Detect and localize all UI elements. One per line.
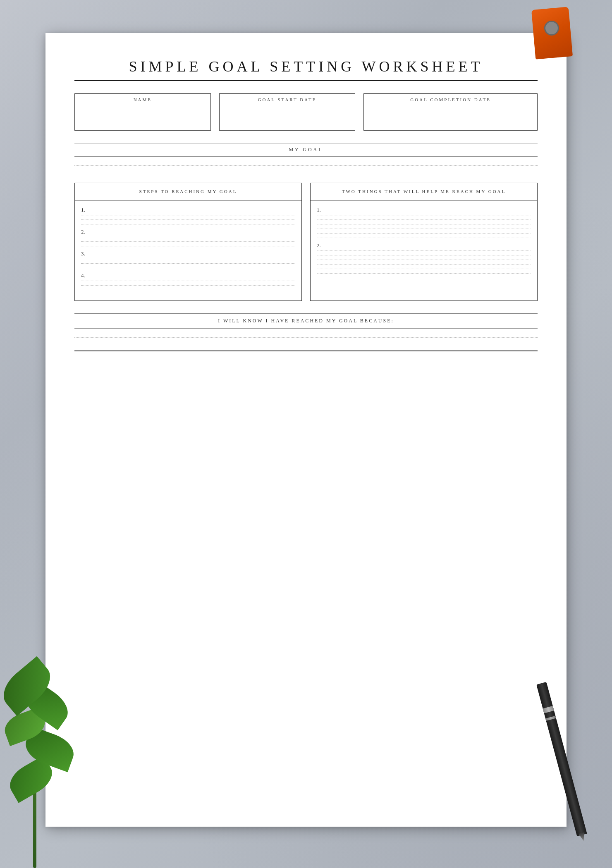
sharpener-decoration [531, 7, 573, 59]
plant-stem [33, 785, 36, 868]
step-1-line-1 [81, 215, 295, 215]
two-things-box: TWO THINGS THAT WILL HELP ME REACH MY GO… [310, 183, 538, 301]
step-4-line-2 [81, 285, 295, 286]
thing-item-2: 2. [317, 242, 531, 274]
steps-header: STEPS TO REACHING MY GOAL [75, 183, 301, 200]
thing-item-1: 1. [317, 207, 531, 238]
worksheet-title: SIMPLE GOAL SETTING WORKSHEET [74, 58, 538, 75]
bottom-line-2 [74, 337, 538, 338]
two-column-section: STEPS TO REACHING MY GOAL 1. 2. 3. [74, 183, 538, 301]
name-label: NAME [80, 97, 206, 102]
pen-band-2 [545, 716, 556, 721]
plant-decoration [0, 682, 91, 868]
step-label-3: 3. [81, 250, 295, 257]
title-divider [74, 80, 538, 81]
step-label-4: 4. [81, 272, 295, 279]
thing-1-line-5 [317, 233, 531, 234]
two-things-header: TWO THINGS THAT WILL HELP ME REACH MY GO… [311, 183, 537, 200]
step-item-4: 4. [81, 272, 295, 290]
step-1-line-3 [81, 224, 295, 224]
bottom-line-3 [74, 342, 538, 342]
my-goal-line-2 [74, 165, 538, 166]
thing-1-line-3 [317, 224, 531, 224]
step-3-line-3 [81, 268, 295, 268]
step-3-line-1 [81, 259, 295, 259]
thing-label-1: 1. [317, 207, 531, 213]
my-goal-end-line [74, 170, 538, 170]
goal-start-box[interactable]: GOAL START DATE [219, 93, 356, 131]
step-item-1: 1. [81, 207, 295, 224]
thing-1-line-6 [317, 238, 531, 238]
my-goal-header: MY GOAL [74, 143, 538, 157]
thing-2-line-6 [317, 273, 531, 274]
name-box[interactable]: NAME [74, 93, 211, 131]
step-label-1: 1. [81, 207, 295, 213]
goal-completion-box[interactable]: GOAL COMPLETION DATE [363, 93, 538, 131]
info-boxes-row: NAME GOAL START DATE GOAL COMPLETION DAT… [74, 93, 538, 131]
thing-2-line-5 [317, 269, 531, 269]
bottom-header: I WILL KNOW I HAVE REACHED MY GOAL BECAU… [74, 314, 538, 329]
steps-box: STEPS TO REACHING MY GOAL 1. 2. 3. [74, 183, 302, 301]
pen-band-1 [543, 706, 554, 713]
bottom-lines [74, 333, 538, 351]
step-3-line-2 [81, 263, 295, 264]
bottom-line-1 [74, 333, 538, 333]
thing-2-line-2 [317, 255, 531, 255]
thing-1-line-1 [317, 215, 531, 215]
my-goal-line-1 [74, 161, 538, 161]
steps-body: 1. 2. 3. 4. [75, 200, 301, 300]
goal-completion-label: GOAL COMPLETION DATE [369, 97, 532, 102]
goal-start-label: GOAL START DATE [225, 97, 350, 102]
step-item-2: 2. [81, 229, 295, 246]
worksheet-paper: SIMPLE GOAL SETTING WORKSHEET NAME GOAL … [45, 33, 567, 827]
bottom-section: I WILL KNOW I HAVE REACHED MY GOAL BECAU… [74, 313, 538, 351]
step-item-3: 3. [81, 250, 295, 268]
step-2-line-3 [81, 246, 295, 246]
step-4-line-1 [81, 281, 295, 281]
thing-2-line-4 [317, 264, 531, 265]
step-2-line-2 [81, 241, 295, 242]
thing-1-line-4 [317, 229, 531, 229]
step-2-line-1 [81, 237, 295, 237]
step-1-line-2 [81, 219, 295, 220]
thing-2-line-1 [317, 250, 531, 251]
two-things-body: 1. 2. [311, 200, 537, 284]
step-4-line-3 [81, 290, 295, 290]
thing-1-line-2 [317, 219, 531, 220]
step-label-2: 2. [81, 229, 295, 235]
thing-label-2: 2. [317, 242, 531, 249]
thing-2-line-3 [317, 260, 531, 260]
my-goal-section: MY GOAL [74, 143, 538, 170]
